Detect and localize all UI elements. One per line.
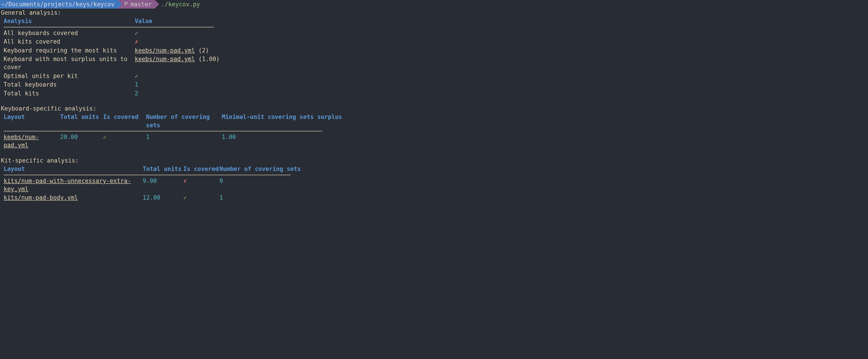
kit-divider [4,175,291,175]
general-row-label: Keyboard requiring the most kits [4,46,135,55]
keyboard-row: keebs/num-pad.yml20.00✓11.00 [1,133,867,150]
kit-is-covered: ✗ [183,177,219,193]
kit-header-total-units: Total units [143,165,183,173]
general-row-value: 2 [135,89,864,97]
working-directory: ~/Documents/projects/keys/keycov [1,0,115,8]
general-row-value: keebs/num-pad.yml (1.00) [135,55,864,71]
value-suffix: (2) [195,47,209,54]
general-row: Total kits2 [1,89,867,98]
keyboard-analysis-title: Keyboard-specific analysis: [1,104,867,113]
file-link[interactable]: kits/num-pad-body.yml [4,194,78,201]
shell-prompt: ~/Documents/projects/keys/keycov master … [0,0,868,8]
general-row-value: keebs/num-pad.yml (2) [135,46,864,55]
keyboard-header-is-covered: Is covered [103,113,146,129]
general-row-value: ✓ [135,29,864,37]
general-row: Total keyboards1 [1,80,867,89]
general-row: Keyboard requiring the most kitskeebs/nu… [1,46,867,55]
general-row-value: 1 [135,81,864,89]
value-text: ✗ [135,38,138,45]
kit-header-num-covering: Number of covering sets [219,165,864,173]
keyboard-divider [4,131,322,131]
file-link[interactable]: keebs/num-pad.yml [135,47,195,54]
general-row-value: ✓ [135,72,864,80]
file-link[interactable]: keebs/num-pad.yml [4,133,39,149]
general-row-label: Keyboard with most surplus units to cove… [4,55,135,71]
general-row-label: All kits covered [4,37,135,46]
kit-analysis-title: Kit-specific analysis: [1,156,867,164]
general-row-label: Total kits [4,89,135,97]
kit-is-covered: ✓ [183,193,219,202]
kit-num-covering: 1 [219,193,864,202]
keyboard-header-row: Layout Total units Is covered Number of … [1,113,867,129]
value-suffix: (1.00) [195,56,220,62]
value-text: ✓ [135,30,138,36]
general-analysis-title: General analysis: [1,8,867,17]
keyboard-total-units: 20.00 [60,133,103,149]
general-header-analysis: Analysis [4,17,135,25]
kit-row: kits/num-pad-with-unnecessary-extra-key.… [1,177,867,193]
git-branch-icon [124,0,129,8]
keyboard-surplus: 1.00 [222,133,864,149]
keyboard-header-layout: Layout [4,113,60,129]
kit-row: kits/num-pad-body.yml12.00✓1 [1,193,867,202]
kit-num-covering: 0 [219,177,864,193]
kit-total-units: 12.00 [143,193,183,202]
keyboard-num-covering: 1 [146,133,222,149]
keyboard-header-surplus: Minimal-unit covering sets surplus [222,113,864,129]
kit-header-row: Layout Total units Is covered Number of … [1,164,867,173]
general-row-label: All keyboards covered [4,29,135,37]
value-text: ✓ [135,72,138,79]
general-row-label: Total keyboards [4,81,135,89]
kit-total-units: 9.00 [143,177,183,193]
terminal-output: General analysis: Analysis Value All key… [0,8,868,202]
general-row: All kits covered✗ [1,37,867,46]
general-header-row: Analysis Value [1,17,867,25]
general-row-label: Optimal units per kit [4,72,135,80]
general-divider [4,27,214,27]
keyboard-header-num-covering: Number of covering sets [146,113,222,129]
file-link[interactable]: kits/num-pad-with-unnecessary-extra-key.… [4,177,131,192]
file-link[interactable]: keebs/num-pad.yml [135,56,195,62]
kit-header-layout: Layout [4,165,143,173]
general-header-value: Value [135,17,864,25]
value-text: 1 [135,81,138,88]
general-row: All keyboards covered✓ [1,29,867,37]
keyboard-is-covered: ✓ [103,133,146,149]
general-row: Keyboard with most surplus units to cove… [1,55,867,72]
general-row: Optimal units per kit✓ [1,72,867,80]
command-text[interactable]: ./keycov.py [155,0,200,8]
value-text: 2 [135,90,138,97]
git-branch-name: master [130,0,152,8]
prompt-branch-segment: master [118,0,155,8]
keyboard-header-total-units: Total units [60,113,103,129]
prompt-path-segment: ~/Documents/projects/keys/keycov [0,0,118,8]
general-row-value: ✗ [135,37,864,46]
kit-header-is-covered: Is covered [183,165,219,173]
